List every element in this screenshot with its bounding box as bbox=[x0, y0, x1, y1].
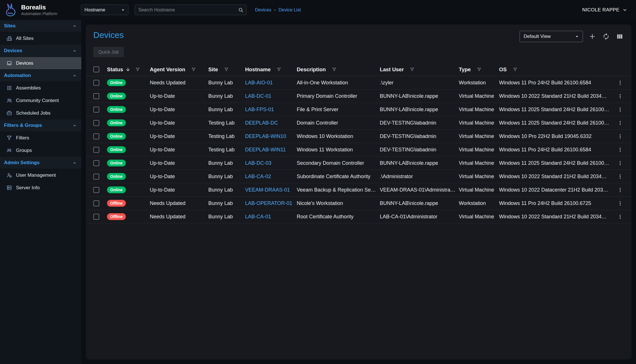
column-header-site[interactable]: Site bbox=[208, 66, 245, 73]
view-select[interactable]: Default View bbox=[520, 31, 583, 42]
last-user-text-cell: .\zyler bbox=[380, 80, 459, 86]
site-text: Bunny Lab bbox=[208, 200, 233, 206]
hostname-link[interactable]: LAB-DC-01 bbox=[245, 93, 271, 99]
row-select-checkbox[interactable] bbox=[93, 174, 99, 180]
type-text-cell: Workstation bbox=[459, 80, 499, 86]
row-select-checkbox[interactable] bbox=[93, 107, 99, 113]
description-text-cell: Nicole's Workstation bbox=[297, 200, 380, 206]
hostname-link[interactable]: LAB-DC-03 bbox=[245, 160, 271, 166]
sidebar-item-scheduled-jobs[interactable]: Scheduled Jobs bbox=[0, 107, 81, 119]
hostname-link[interactable]: DEEPLAB-WIN11 bbox=[245, 147, 286, 152]
hostname-link-cell: LAB-AIO-01 bbox=[245, 80, 297, 86]
row-menu-button[interactable] bbox=[617, 80, 623, 86]
filter-icon bbox=[6, 135, 12, 141]
row-menu-button[interactable] bbox=[617, 187, 623, 193]
sidebar-item-assemblies[interactable]: Assemblies bbox=[0, 82, 81, 94]
row-select-checkbox[interactable] bbox=[93, 133, 99, 139]
refresh-button[interactable] bbox=[602, 32, 610, 41]
row-menu-button[interactable] bbox=[617, 120, 623, 126]
search-field-select[interactable]: Hostname bbox=[81, 5, 128, 15]
row-menu-button[interactable] bbox=[617, 133, 623, 139]
row-select-checkbox[interactable] bbox=[93, 80, 99, 86]
os-text: Windows 10 Pro 22H2 Build 19045.6332 bbox=[499, 133, 591, 139]
sidebar-item-server-info[interactable]: Server Info bbox=[0, 182, 81, 194]
row-select-checkbox[interactable] bbox=[93, 147, 99, 153]
hostname-link[interactable]: LAB-FPS-01 bbox=[245, 107, 274, 112]
column-header-label: Last User bbox=[380, 66, 404, 73]
sidebar-section-filters-groups[interactable]: Filters & Groups bbox=[0, 119, 81, 132]
row-menu-button[interactable] bbox=[617, 93, 623, 99]
quick-job-button[interactable]: Quick Job bbox=[93, 47, 124, 57]
status-cell: Online bbox=[107, 119, 150, 126]
hostname-link[interactable]: LAB-OPERATOR-01 bbox=[245, 200, 292, 206]
type-text: Virtual Machine bbox=[459, 174, 494, 179]
sidebar-item-groups[interactable]: Groups bbox=[0, 144, 81, 157]
row-menu-button[interactable] bbox=[617, 107, 623, 113]
sidebar-item-all-sites[interactable]: All Sites bbox=[0, 32, 81, 45]
last-user-text: DEV-TESTING\labadmin bbox=[380, 147, 436, 152]
user-menu[interactable]: NICOLE RAPPE bbox=[582, 7, 627, 13]
hostname-link[interactable]: LAB-AIO-01 bbox=[245, 80, 273, 86]
agent-version-text: Up-to-Date bbox=[150, 133, 175, 139]
column-header-description[interactable]: Description bbox=[297, 66, 380, 73]
hostname-link-cell: VEEAM-DRAAS-01 bbox=[245, 187, 297, 193]
sidebar-item-filters[interactable]: Filters bbox=[0, 132, 81, 144]
row-select-checkbox[interactable] bbox=[93, 214, 99, 220]
description-text: Veeam Backup & Replication Server bbox=[297, 187, 379, 193]
row-select-checkbox[interactable] bbox=[93, 120, 99, 126]
table-row: OnlineUp-to-DateBunny LabLAB-DC-03Second… bbox=[86, 156, 631, 170]
row-menu-button[interactable] bbox=[617, 160, 623, 166]
add-view-button[interactable] bbox=[588, 32, 597, 41]
sidebar-section-automation[interactable]: Automation bbox=[0, 70, 81, 82]
os-text: Windows 11 2025 Standard 24H2 Build 2610… bbox=[499, 107, 612, 112]
sidebar-section-sites[interactable]: Sites bbox=[0, 20, 81, 32]
hostname-link[interactable]: VEEAM-DRAAS-01 bbox=[245, 187, 290, 193]
agent-version-text-cell: Up-to-Date bbox=[150, 133, 208, 139]
search-box bbox=[135, 5, 247, 15]
hostname-link[interactable]: LAB-CA-01 bbox=[245, 214, 271, 219]
column-header-status[interactable]: Status bbox=[107, 66, 150, 73]
row-select-checkbox[interactable] bbox=[93, 160, 99, 166]
sidebar-item-user-management[interactable]: User Management bbox=[0, 169, 81, 182]
column-header-hostname[interactable]: Hostname bbox=[245, 66, 297, 73]
row-checkbox-cell bbox=[93, 93, 107, 99]
sidebar-item-community-content[interactable]: Community Content bbox=[0, 94, 81, 107]
columns-button[interactable] bbox=[615, 32, 624, 41]
hostname-link[interactable]: LAB-CA-02 bbox=[245, 174, 271, 179]
site-text: Bunny Lab bbox=[208, 107, 233, 112]
breadcrumb-devices[interactable]: Devices bbox=[255, 7, 271, 13]
table-row: OfflineNeeds UpdatedBunny LabLAB-OPERATO… bbox=[86, 197, 631, 210]
agent-version-text: Needs Updated bbox=[150, 214, 185, 219]
hostname-link[interactable]: DEEPLAB-DC bbox=[245, 120, 278, 126]
search-icon[interactable] bbox=[238, 7, 244, 13]
row-menu-button[interactable] bbox=[617, 174, 623, 180]
column-header-type[interactable]: Type bbox=[459, 66, 499, 73]
row-menu-button[interactable] bbox=[617, 147, 623, 153]
sidebar-section-devices[interactable]: Devices bbox=[0, 45, 81, 57]
type-text: Virtual Machine bbox=[459, 107, 494, 112]
search-input[interactable] bbox=[135, 5, 247, 15]
row-select-checkbox[interactable] bbox=[93, 187, 99, 193]
select-all-checkbox[interactable] bbox=[93, 66, 99, 72]
hostname-link[interactable]: DEEPLAB-WIN10 bbox=[245, 133, 286, 139]
status-cell: Online bbox=[107, 133, 150, 140]
groups-icon bbox=[6, 147, 12, 153]
row-menu-button[interactable] bbox=[617, 214, 623, 220]
breadcrumb-device-list[interactable]: Device List bbox=[278, 7, 301, 13]
row-select-checkbox[interactable] bbox=[93, 200, 99, 206]
column-header-agent-version[interactable]: Agent Version bbox=[150, 66, 208, 73]
column-header-os[interactable]: OS bbox=[499, 66, 612, 73]
column-header-last-user[interactable]: Last User bbox=[380, 66, 459, 73]
type-text-cell: Virtual Machine bbox=[459, 160, 499, 166]
row-menu-button[interactable] bbox=[617, 200, 623, 206]
sidebar-item-label: Filters bbox=[16, 135, 29, 141]
sidebar-section-label: Admin Settings bbox=[4, 160, 40, 166]
sidebar-section-admin-settings[interactable]: Admin Settings bbox=[0, 157, 81, 169]
type-text-cell: Virtual Machine bbox=[459, 93, 499, 99]
row-checkbox-cell bbox=[93, 214, 107, 220]
row-select-checkbox[interactable] bbox=[93, 93, 99, 99]
sort-descending-icon bbox=[125, 67, 131, 72]
sidebar-item-devices[interactable]: Devices bbox=[0, 57, 81, 70]
row-checkbox-cell bbox=[93, 174, 107, 180]
last-user-text-cell: DEV-TESTING\labadmin bbox=[380, 147, 459, 153]
